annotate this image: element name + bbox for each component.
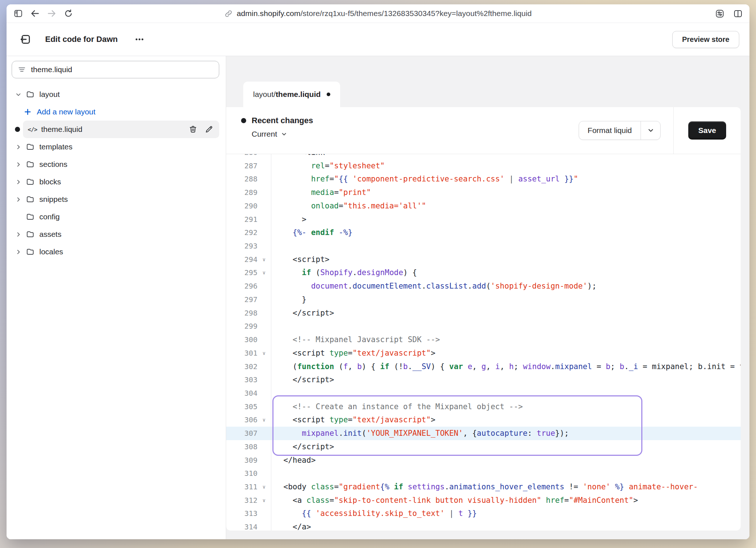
line-number[interactable]: 288 — [226, 172, 257, 186]
line-number[interactable]: 299 — [226, 320, 257, 333]
chevron-right-icon[interactable] — [14, 144, 23, 150]
search-input[interactable] — [31, 65, 213, 74]
code-line-301[interactable]: 301∨ <script type="text/javascript"> — [226, 347, 741, 360]
line-number[interactable]: 292 — [226, 226, 257, 239]
rename-file-icon[interactable] — [205, 125, 213, 134]
sidebar-toggle-icon[interactable] — [12, 7, 25, 20]
tab-layout-theme-liquid[interactable]: layout/theme.liquid — [243, 82, 340, 107]
line-number[interactable]: 287 — [226, 159, 257, 173]
fold-chevron-icon[interactable]: ∨ — [257, 480, 271, 494]
line-number[interactable]: 289 — [226, 186, 257, 199]
code-line-314[interactable]: 314 </a> — [226, 520, 741, 531]
code-line-300[interactable]: 300 <!-- Mixpanel Javascript SDK --> — [226, 333, 741, 347]
preview-store-button[interactable]: Preview store — [672, 31, 739, 48]
code-line-299[interactable]: 299 — [226, 320, 741, 333]
chevron-right-icon[interactable] — [14, 161, 23, 168]
line-number[interactable]: 314 — [226, 520, 257, 531]
chevron-down-icon[interactable] — [14, 91, 23, 98]
tree-folder-snippets[interactable]: snippets — [12, 191, 219, 208]
selected-file-pill[interactable]: </> theme.liquid — [23, 121, 219, 138]
code-line-297[interactable]: 297 } — [226, 293, 741, 306]
line-number[interactable]: 307 — [226, 427, 257, 440]
back-icon[interactable] — [28, 7, 42, 20]
fold-chevron-icon[interactable]: ∨ — [257, 413, 271, 427]
line-number[interactable]: 297 — [226, 293, 257, 306]
code-line-309[interactable]: 309 </head> — [226, 454, 741, 467]
code-line-295[interactable]: 295∨ if (Shopify.designMode) { — [226, 266, 741, 279]
line-number[interactable]: 290 — [226, 199, 257, 213]
tree-folder-templates[interactable]: templates — [12, 138, 219, 156]
exit-editor-icon[interactable] — [19, 33, 32, 46]
code-line-292[interactable]: 292 {%- endif -%} — [226, 226, 741, 239]
line-number[interactable]: 306 — [226, 413, 257, 427]
code-line-288[interactable]: 288 href="{{ 'component-predictive-searc… — [226, 172, 741, 186]
line-number[interactable]: 303 — [226, 373, 257, 387]
line-number[interactable]: 296 — [226, 279, 257, 293]
fold-chevron-icon[interactable]: ∨ — [257, 266, 271, 279]
add-new-layout-link[interactable]: Add a new layout — [12, 103, 219, 121]
save-button[interactable]: Save — [688, 121, 726, 140]
split-view-icon[interactable] — [731, 7, 744, 20]
code-line-286[interactable]: 286 <link — [226, 154, 741, 159]
tree-folder-sections[interactable]: sections — [12, 156, 219, 173]
address-bar[interactable]: admin.shopify.com/store/rzq1xu-f5/themes… — [224, 9, 532, 18]
code-line-304[interactable]: 304 — [226, 387, 741, 400]
code-line-307[interactable]: 307 mixpanel.init('YOUR_MIXPANEL_TOKEN',… — [226, 427, 741, 440]
code-line-302[interactable]: 302 (function (f, b) { if (!b.__SV) { va… — [226, 360, 741, 373]
line-number[interactable]: 309 — [226, 454, 257, 467]
line-number[interactable]: 293 — [226, 239, 257, 253]
file-search-box[interactable] — [12, 61, 219, 78]
line-number[interactable]: 305 — [226, 400, 257, 414]
chevron-right-icon[interactable] — [14, 231, 23, 238]
line-number[interactable]: 291 — [226, 213, 257, 226]
more-actions-icon[interactable] — [133, 33, 146, 46]
delete-file-icon[interactable] — [189, 125, 197, 134]
code-editor[interactable]: 286 <link287 rel="stylesheet"288 href="{… — [226, 154, 741, 531]
code-line-298[interactable]: 298 </script> — [226, 306, 741, 320]
tree-folder-locales[interactable]: locales — [12, 243, 219, 261]
chevron-right-icon[interactable] — [14, 249, 23, 255]
line-number[interactable]: 310 — [226, 467, 257, 480]
line-number[interactable]: 313 — [226, 507, 257, 520]
format-options-chevron[interactable] — [641, 121, 660, 140]
code-line-303[interactable]: 303 </script> — [226, 373, 741, 387]
code-line-311[interactable]: 311∨ <body class="gradient{% if settings… — [226, 480, 741, 494]
line-number[interactable]: 301 — [226, 347, 257, 360]
reload-icon[interactable] — [62, 7, 75, 20]
page-settings-icon[interactable] — [713, 7, 726, 20]
fold-chevron-icon[interactable]: ∨ — [257, 253, 271, 266]
code-line-294[interactable]: 294∨ <script> — [226, 253, 741, 266]
line-number[interactable]: 302 — [226, 360, 257, 373]
tree-folder-blocks[interactable]: blocks — [12, 173, 219, 191]
code-line-308[interactable]: 308 </script> — [226, 440, 741, 454]
tree-folder-layout[interactable]: layout — [12, 86, 219, 103]
line-number[interactable]: 304 — [226, 387, 257, 400]
code-line-312[interactable]: 312∨ <a class="skip-to-content-link butt… — [226, 494, 741, 507]
fold-chevron-icon[interactable]: ∨ — [257, 494, 271, 507]
format-liquid-button[interactable]: Format liquid — [579, 121, 641, 140]
code-line-305[interactable]: 305 <!-- Create an instance of the Mixpa… — [226, 400, 741, 414]
tree-folder-config[interactable]: config — [12, 208, 219, 226]
fold-chevron-icon[interactable]: ∨ — [257, 347, 271, 360]
code-line-313[interactable]: 313 {{ 'accessibility.skip_to_text' | t … — [226, 507, 741, 520]
code-line-291[interactable]: 291 > — [226, 213, 741, 226]
line-number[interactable]: 308 — [226, 440, 257, 454]
code-line-289[interactable]: 289 media="print" — [226, 186, 741, 199]
code-line-290[interactable]: 290 onload="this.media='all'" — [226, 199, 741, 213]
line-number[interactable]: 295 — [226, 266, 257, 279]
tree-file-theme-liquid[interactable]: </> theme.liquid — [12, 121, 219, 138]
tree-folder-assets[interactable]: assets — [12, 226, 219, 243]
code-line-296[interactable]: 296 document.documentElement.classList.a… — [226, 279, 741, 293]
line-number[interactable]: 298 — [226, 306, 257, 320]
line-number[interactable]: 312 — [226, 494, 257, 507]
code-line-310[interactable]: 310 — [226, 467, 741, 480]
line-number[interactable]: 294 — [226, 253, 257, 266]
code-line-306[interactable]: 306∨ <script type="text/javascript"> — [226, 413, 741, 427]
chevron-right-icon[interactable] — [14, 179, 23, 185]
line-number[interactable]: 286 — [226, 154, 257, 159]
version-dropdown[interactable]: Current — [252, 130, 579, 138]
code-line-287[interactable]: 287 rel="stylesheet" — [226, 159, 741, 173]
line-number[interactable]: 311 — [226, 480, 257, 494]
code-line-293[interactable]: 293 — [226, 239, 741, 253]
chevron-right-icon[interactable] — [14, 196, 23, 203]
